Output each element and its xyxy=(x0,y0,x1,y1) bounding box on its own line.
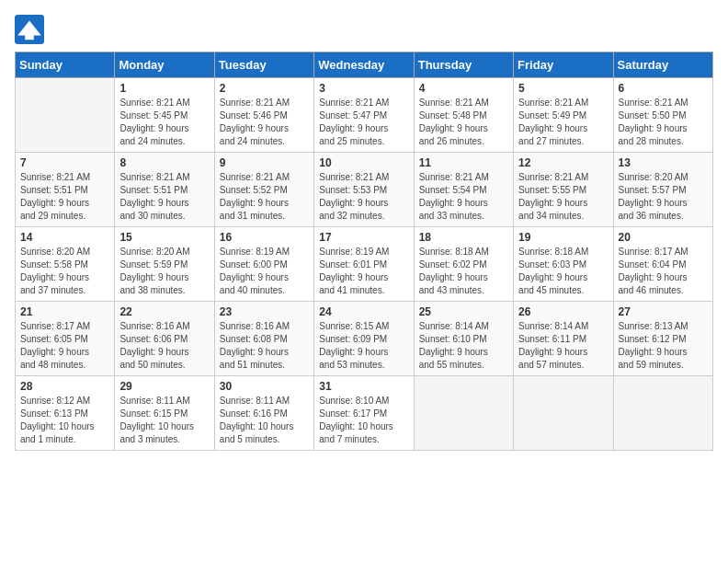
day-number: 20 xyxy=(619,231,708,244)
column-header-sunday: Sunday xyxy=(16,52,115,78)
calendar-header-row: SundayMondayTuesdayWednesdayThursdayFrid… xyxy=(16,52,713,78)
calendar-cell: 14Sunrise: 8:20 AM Sunset: 5:58 PM Dayli… xyxy=(16,227,115,302)
day-info: Sunrise: 8:21 AM Sunset: 5:51 PM Dayligh… xyxy=(119,171,209,223)
day-info: Sunrise: 8:21 AM Sunset: 5:55 PM Dayligh… xyxy=(518,171,608,223)
logo-icon xyxy=(15,15,44,44)
day-number: 27 xyxy=(619,305,708,318)
day-info: Sunrise: 8:21 AM Sunset: 5:48 PM Dayligh… xyxy=(419,97,508,148)
day-info: Sunrise: 8:21 AM Sunset: 5:50 PM Dayligh… xyxy=(619,97,708,148)
calendar-table: SundayMondayTuesdayWednesdayThursdayFrid… xyxy=(15,52,713,451)
day-number: 4 xyxy=(419,82,508,95)
calendar-cell: 23Sunrise: 8:16 AM Sunset: 6:08 PM Dayli… xyxy=(214,302,313,376)
calendar-cell: 10Sunrise: 8:21 AM Sunset: 5:53 PM Dayli… xyxy=(314,153,414,227)
day-number: 17 xyxy=(319,231,408,244)
day-info: Sunrise: 8:19 AM Sunset: 6:01 PM Dayligh… xyxy=(319,246,408,297)
day-number: 24 xyxy=(319,305,408,318)
calendar-cell: 24Sunrise: 8:15 AM Sunset: 6:09 PM Dayli… xyxy=(314,302,414,376)
day-number: 1 xyxy=(119,82,209,95)
day-number: 13 xyxy=(619,156,708,169)
day-number: 25 xyxy=(419,305,508,318)
calendar-week-4: 21Sunrise: 8:17 AM Sunset: 6:05 PM Dayli… xyxy=(16,302,713,376)
day-number: 9 xyxy=(220,156,309,169)
calendar-cell: 9Sunrise: 8:21 AM Sunset: 5:52 PM Daylig… xyxy=(214,153,313,227)
day-info: Sunrise: 8:11 AM Sunset: 6:15 PM Dayligh… xyxy=(119,395,209,446)
day-info: Sunrise: 8:16 AM Sunset: 6:06 PM Dayligh… xyxy=(119,320,209,372)
calendar-week-2: 7Sunrise: 8:21 AM Sunset: 5:51 PM Daylig… xyxy=(16,153,713,227)
calendar-cell: 1Sunrise: 8:21 AM Sunset: 5:45 PM Daylig… xyxy=(115,78,214,153)
day-number: 22 xyxy=(119,305,209,318)
day-number: 12 xyxy=(518,156,608,169)
day-info: Sunrise: 8:21 AM Sunset: 5:46 PM Dayligh… xyxy=(220,97,309,148)
calendar-cell: 16Sunrise: 8:19 AM Sunset: 6:00 PM Dayli… xyxy=(214,227,313,302)
day-number: 8 xyxy=(119,156,209,169)
day-number: 11 xyxy=(419,156,508,169)
logo xyxy=(15,15,48,44)
day-info: Sunrise: 8:15 AM Sunset: 6:09 PM Dayligh… xyxy=(319,320,408,372)
day-number: 7 xyxy=(20,156,109,169)
calendar-cell: 19Sunrise: 8:18 AM Sunset: 6:03 PM Dayli… xyxy=(514,227,613,302)
calendar-week-3: 14Sunrise: 8:20 AM Sunset: 5:58 PM Dayli… xyxy=(16,227,713,302)
day-info: Sunrise: 8:20 AM Sunset: 5:57 PM Dayligh… xyxy=(619,171,708,223)
day-number: 19 xyxy=(518,231,608,244)
calendar-cell: 5Sunrise: 8:21 AM Sunset: 5:49 PM Daylig… xyxy=(514,78,613,153)
column-header-tuesday: Tuesday xyxy=(214,52,313,78)
calendar-cell: 26Sunrise: 8:14 AM Sunset: 6:11 PM Dayli… xyxy=(514,302,613,376)
day-number: 31 xyxy=(319,380,408,393)
day-info: Sunrise: 8:10 AM Sunset: 6:17 PM Dayligh… xyxy=(319,395,408,446)
day-info: Sunrise: 8:21 AM Sunset: 5:49 PM Dayligh… xyxy=(518,97,608,148)
day-number: 3 xyxy=(319,82,408,95)
calendar-week-5: 28Sunrise: 8:12 AM Sunset: 6:13 PM Dayli… xyxy=(16,376,713,451)
day-info: Sunrise: 8:20 AM Sunset: 5:58 PM Dayligh… xyxy=(20,246,109,297)
column-header-friday: Friday xyxy=(514,52,613,78)
calendar-cell: 18Sunrise: 8:18 AM Sunset: 6:02 PM Dayli… xyxy=(414,227,513,302)
day-number: 2 xyxy=(220,82,309,95)
day-info: Sunrise: 8:14 AM Sunset: 6:10 PM Dayligh… xyxy=(419,320,508,372)
day-number: 18 xyxy=(419,231,508,244)
calendar-cell: 20Sunrise: 8:17 AM Sunset: 6:04 PM Dayli… xyxy=(613,227,712,302)
calendar-cell: 21Sunrise: 8:17 AM Sunset: 6:05 PM Dayli… xyxy=(16,302,115,376)
day-number: 10 xyxy=(319,156,408,169)
calendar-cell: 6Sunrise: 8:21 AM Sunset: 5:50 PM Daylig… xyxy=(613,78,712,153)
day-info: Sunrise: 8:12 AM Sunset: 6:13 PM Dayligh… xyxy=(20,395,109,446)
day-number: 15 xyxy=(119,231,209,244)
day-number: 28 xyxy=(20,380,109,393)
day-info: Sunrise: 8:21 AM Sunset: 5:52 PM Dayligh… xyxy=(220,171,309,223)
day-info: Sunrise: 8:19 AM Sunset: 6:00 PM Dayligh… xyxy=(220,246,309,297)
day-info: Sunrise: 8:18 AM Sunset: 6:03 PM Dayligh… xyxy=(518,246,608,297)
calendar-cell: 22Sunrise: 8:16 AM Sunset: 6:06 PM Dayli… xyxy=(115,302,214,376)
day-info: Sunrise: 8:18 AM Sunset: 6:02 PM Dayligh… xyxy=(419,246,508,297)
column-header-wednesday: Wednesday xyxy=(314,52,414,78)
page-header xyxy=(15,15,713,44)
column-header-saturday: Saturday xyxy=(613,52,712,78)
calendar-week-1: 1Sunrise: 8:21 AM Sunset: 5:45 PM Daylig… xyxy=(16,78,713,153)
day-info: Sunrise: 8:11 AM Sunset: 6:16 PM Dayligh… xyxy=(220,395,309,446)
calendar-cell: 2Sunrise: 8:21 AM Sunset: 5:46 PM Daylig… xyxy=(214,78,313,153)
calendar-cell: 11Sunrise: 8:21 AM Sunset: 5:54 PM Dayli… xyxy=(414,153,513,227)
calendar-cell: 30Sunrise: 8:11 AM Sunset: 6:16 PM Dayli… xyxy=(214,376,313,451)
day-number: 6 xyxy=(619,82,708,95)
calendar-cell: 17Sunrise: 8:19 AM Sunset: 6:01 PM Dayli… xyxy=(314,227,414,302)
calendar-cell: 31Sunrise: 8:10 AM Sunset: 6:17 PM Dayli… xyxy=(314,376,414,451)
calendar-cell: 29Sunrise: 8:11 AM Sunset: 6:15 PM Dayli… xyxy=(115,376,214,451)
day-number: 14 xyxy=(20,231,109,244)
calendar-cell: 28Sunrise: 8:12 AM Sunset: 6:13 PM Dayli… xyxy=(16,376,115,451)
day-number: 29 xyxy=(119,380,209,393)
calendar-cell xyxy=(16,78,115,153)
day-info: Sunrise: 8:21 AM Sunset: 5:47 PM Dayligh… xyxy=(319,97,408,148)
column-header-thursday: Thursday xyxy=(414,52,513,78)
day-info: Sunrise: 8:21 AM Sunset: 5:51 PM Dayligh… xyxy=(20,171,109,223)
calendar-cell xyxy=(514,376,613,451)
day-info: Sunrise: 8:17 AM Sunset: 6:05 PM Dayligh… xyxy=(20,320,109,372)
day-number: 30 xyxy=(220,380,309,393)
day-number: 21 xyxy=(20,305,109,318)
calendar-cell xyxy=(613,376,712,451)
day-number: 5 xyxy=(518,82,608,95)
calendar-cell: 27Sunrise: 8:13 AM Sunset: 6:12 PM Dayli… xyxy=(613,302,712,376)
day-number: 23 xyxy=(220,305,309,318)
day-info: Sunrise: 8:21 AM Sunset: 5:54 PM Dayligh… xyxy=(419,171,508,223)
day-info: Sunrise: 8:20 AM Sunset: 5:59 PM Dayligh… xyxy=(119,246,209,297)
calendar-cell: 7Sunrise: 8:21 AM Sunset: 5:51 PM Daylig… xyxy=(16,153,115,227)
day-info: Sunrise: 8:17 AM Sunset: 6:04 PM Dayligh… xyxy=(619,246,708,297)
svg-rect-2 xyxy=(25,34,34,40)
day-info: Sunrise: 8:16 AM Sunset: 6:08 PM Dayligh… xyxy=(220,320,309,372)
